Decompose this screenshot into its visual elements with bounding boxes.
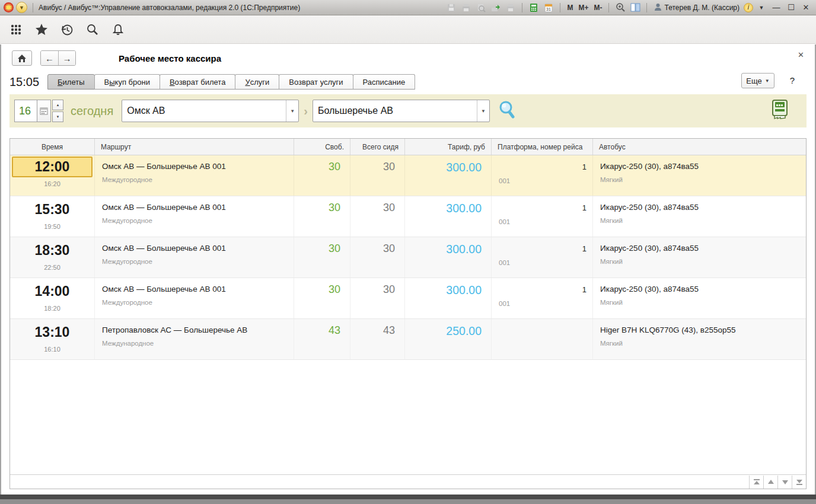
tab[interactable]: Билеты bbox=[47, 74, 94, 90]
col-header-free[interactable]: Своб. bbox=[294, 139, 350, 155]
close-button[interactable]: ✕ bbox=[799, 3, 812, 12]
divider bbox=[33, 3, 33, 12]
col-header-fare[interactable]: Тариф, руб bbox=[405, 139, 492, 155]
station-to-combo[interactable]: Большеречье АВ ▼ bbox=[313, 100, 490, 122]
memory-add-button[interactable]: M+ bbox=[576, 4, 590, 12]
platform-number: 1 bbox=[492, 155, 592, 171]
get-link-icon[interactable] bbox=[489, 2, 502, 14]
back-button[interactable]: ← bbox=[41, 51, 58, 65]
app-grid-menu-icon[interactable] bbox=[8, 22, 24, 37]
help-button[interactable]: ? bbox=[790, 75, 795, 85]
search-icon[interactable] bbox=[85, 22, 100, 37]
maximize-button[interactable]: ☐ bbox=[785, 3, 798, 12]
bus-class: Мягкий bbox=[593, 294, 806, 306]
tab-label-key: У bbox=[245, 78, 250, 87]
scroll-first-button[interactable] bbox=[749, 476, 763, 489]
form-area: ← → Рабочее место кассира ✕ 15:05 Билеты… bbox=[0, 44, 816, 495]
tab[interactable]: Возврат услуги bbox=[279, 74, 353, 90]
chevron-down-icon[interactable]: ▼ bbox=[286, 100, 298, 122]
table-row[interactable]: 13:10 16:10 Петропавловск АС — Большереч… bbox=[10, 319, 806, 360]
date-picker-icon[interactable] bbox=[37, 100, 51, 122]
notifications-bell-icon[interactable] bbox=[110, 22, 126, 37]
print-document-icon[interactable] bbox=[504, 2, 517, 14]
current-time: 15:05 bbox=[9, 74, 39, 90]
minimize-button[interactable]: — bbox=[770, 3, 783, 12]
departure-time[interactable]: 18:30 bbox=[10, 241, 94, 259]
platform-number: 1 bbox=[492, 196, 592, 212]
total-seats: 43 bbox=[350, 319, 405, 359]
print-icon[interactable] bbox=[460, 2, 473, 14]
more-button[interactable]: Еще▼ bbox=[741, 73, 774, 88]
route-name: Петропавловск АС — Большеречье АВ bbox=[95, 319, 294, 334]
search-trips-button[interactable] bbox=[498, 100, 517, 122]
col-header-platform[interactable]: Платформа, номер рейса bbox=[492, 139, 593, 155]
platform-number bbox=[492, 319, 592, 326]
bus-model: Higer B7H KLQ6770G (43), в255ор55 bbox=[593, 319, 806, 334]
chevron-down-icon[interactable]: ▼ bbox=[477, 100, 489, 122]
table-row[interactable]: 14:00 18:20 Омск АВ — Большеречье АВ 001… bbox=[10, 278, 806, 319]
date-field-group: 16 ▲ ▼ bbox=[14, 100, 63, 122]
col-header-total[interactable]: Всего сидя bbox=[350, 139, 405, 155]
free-seats: 43 bbox=[294, 319, 350, 359]
memory-subtract-button[interactable]: M- bbox=[592, 4, 604, 12]
departure-time[interactable]: 15:30 bbox=[10, 200, 94, 218]
departure-time[interactable]: 13:10 bbox=[10, 323, 94, 341]
route-type: Международное bbox=[95, 334, 294, 347]
tab[interactable]: Услуги bbox=[235, 74, 279, 90]
calendar-icon[interactable]: 31 bbox=[542, 2, 555, 14]
fiscal-register-icon[interactable] bbox=[771, 100, 789, 122]
bus-model: Икарус-250 (30), а874ва55 bbox=[593, 278, 806, 294]
departure-time[interactable]: 12:00 bbox=[12, 157, 93, 177]
tab[interactable]: Расписание bbox=[353, 74, 416, 90]
favorites-star-icon[interactable] bbox=[34, 22, 49, 37]
trip-number: 001 bbox=[492, 171, 592, 184]
station-from-combo[interactable]: Омск АВ ▼ bbox=[122, 100, 299, 122]
tab[interactable]: Выкуп брони bbox=[94, 74, 160, 90]
spin-up-button[interactable]: ▲ bbox=[52, 100, 63, 110]
station-to-value: Большеречье АВ bbox=[313, 106, 477, 116]
departure-time[interactable]: 14:00 bbox=[10, 282, 94, 300]
tab[interactable]: Возврат билета bbox=[160, 74, 236, 90]
tabs: Билеты Выкуп брони Возврат билета Услуги… bbox=[47, 74, 415, 90]
tab-label-pre: В bbox=[104, 78, 110, 87]
scroll-up-button[interactable] bbox=[763, 476, 777, 489]
date-input[interactable]: 16 bbox=[14, 100, 37, 122]
table-row[interactable]: 15:30 19:50 Омск АВ — Большеречье АВ 001… bbox=[10, 196, 806, 237]
tab-label-post: илеты bbox=[63, 78, 85, 87]
table-row[interactable]: 12:00 16:20 Омск АВ — Большеречье АВ 001… bbox=[10, 155, 806, 196]
home-button[interactable] bbox=[12, 50, 32, 66]
save-icon[interactable] bbox=[445, 2, 458, 14]
main-menu-button[interactable]: ▼ bbox=[16, 2, 27, 13]
history-icon[interactable] bbox=[59, 22, 75, 37]
scroll-down-button[interactable] bbox=[777, 476, 792, 489]
memory-recall-button[interactable]: M bbox=[565, 4, 575, 12]
col-header-bus[interactable]: Автобус bbox=[593, 139, 806, 155]
split-view-icon[interactable] bbox=[629, 2, 642, 14]
nav-row: ← → Рабочее место кассира ✕ bbox=[1, 44, 815, 72]
current-user[interactable]: Тетерев Д. М. (Кассир) bbox=[652, 3, 742, 12]
user-icon bbox=[654, 3, 662, 12]
col-header-route[interactable]: Маршрут bbox=[95, 139, 294, 155]
info-icon[interactable]: i bbox=[744, 3, 753, 12]
forward-button[interactable]: → bbox=[58, 51, 75, 65]
zoom-in-icon[interactable] bbox=[614, 2, 627, 14]
route-name: Омск АВ — Большеречье АВ 001 bbox=[95, 155, 294, 171]
print-preview-icon[interactable] bbox=[474, 2, 487, 14]
trip-number: 001 bbox=[492, 212, 592, 225]
route-type: Междугородное bbox=[95, 212, 294, 224]
col-header-time[interactable]: Время bbox=[10, 139, 95, 155]
fare: 250.00 bbox=[405, 319, 492, 359]
scroll-last-button[interactable] bbox=[792, 476, 806, 489]
table-body: 12:00 16:20 Омск АВ — Большеречье АВ 001… bbox=[10, 155, 806, 474]
tool-panel bbox=[0, 15, 816, 44]
table-row[interactable]: 18:30 22:50 Омск АВ — Большеречье АВ 001… bbox=[10, 237, 806, 278]
spin-down-button[interactable]: ▼ bbox=[52, 111, 63, 122]
fare: 300.00 bbox=[405, 155, 492, 196]
total-seats: 30 bbox=[350, 278, 405, 318]
total-seats: 30 bbox=[350, 237, 405, 277]
history-nav-buttons: ← → bbox=[40, 50, 76, 66]
form-close-icon[interactable]: ✕ bbox=[798, 50, 804, 59]
date-spinner: ▲ ▼ bbox=[52, 100, 63, 122]
titlebar-dropdown-icon[interactable]: ▼ bbox=[755, 5, 768, 11]
calculator-icon[interactable] bbox=[527, 2, 540, 14]
